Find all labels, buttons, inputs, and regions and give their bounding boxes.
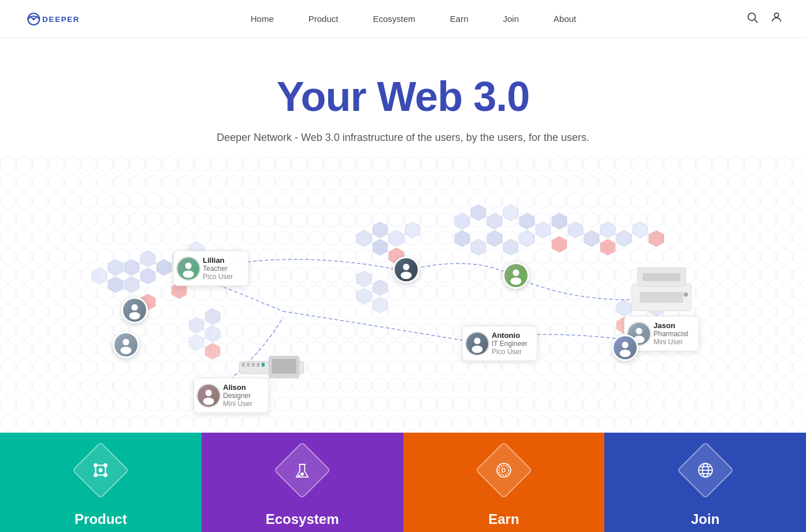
- svg-point-63: [129, 312, 140, 319]
- product-icon-diamond: [72, 442, 129, 499]
- user-icon[interactable]: [770, 11, 783, 27]
- search-icon[interactable]: [746, 11, 759, 27]
- user-card-alison: Alison Designer Mini User: [194, 378, 269, 413]
- svg-point-68: [512, 270, 519, 276]
- network-icon: [91, 460, 110, 480]
- svg-text:D: D: [502, 467, 506, 474]
- svg-point-100: [99, 468, 102, 471]
- svg-rect-88: [642, 273, 680, 281]
- svg-point-79: [471, 345, 482, 353]
- card-ecosystem-title: Ecosystem: [218, 511, 387, 527]
- cards-section: Product The world's thinnest, lightest, …: [0, 433, 806, 532]
- nav-ecosystem[interactable]: Ecosystem: [373, 14, 415, 24]
- svg-point-102: [301, 473, 303, 475]
- svg-text:DEEPER: DEEPER: [42, 15, 80, 24]
- device-router: [237, 349, 306, 381]
- svg-rect-71: [242, 363, 245, 367]
- svg-line-4: [755, 20, 757, 23]
- svg-point-64: [122, 339, 129, 345]
- user-card-antonio: Antonio IT Engineer Pico User: [462, 326, 537, 361]
- card-product[interactable]: Product The world's thinnest, lightest, …: [0, 433, 202, 532]
- nav-links: Home Product Ecosystem Earn Join About: [251, 14, 577, 24]
- ecosystem-icon-diamond: [274, 442, 331, 499]
- svg-point-65: [120, 347, 131, 354]
- svg-point-84: [622, 342, 628, 348]
- join-icon-diamond: [677, 442, 734, 499]
- svg-point-1: [32, 17, 35, 20]
- svg-point-3: [748, 13, 756, 21]
- svg-point-5: [774, 13, 778, 17]
- svg-rect-74: [257, 363, 259, 367]
- svg-point-69: [510, 277, 521, 285]
- avatar-antonio: [465, 332, 489, 356]
- world-map-section: Lillian Teacher Pico User: [0, 155, 806, 433]
- nav-about[interactable]: About: [554, 14, 576, 24]
- svg-point-60: [185, 262, 191, 269]
- nav-product[interactable]: Product: [309, 14, 339, 24]
- avatar-standalone-1: [121, 297, 148, 323]
- svg-point-66: [403, 264, 409, 270]
- nav-join[interactable]: Join: [503, 14, 519, 24]
- svg-point-85: [619, 349, 630, 357]
- card-earn-title: Earn: [419, 511, 589, 527]
- svg-point-67: [400, 271, 411, 279]
- svg-rect-72: [247, 363, 250, 367]
- user-card-lillian: Lillian Teacher Pico User: [173, 251, 248, 286]
- nav-home[interactable]: Home: [251, 14, 274, 24]
- hero-title: Your Web 3.0: [12, 73, 794, 120]
- earn-icon-diamond: D: [475, 442, 532, 499]
- svg-point-61: [183, 270, 194, 278]
- svg-point-103: [299, 475, 300, 477]
- svg-rect-75: [262, 363, 265, 367]
- svg-rect-89: [640, 292, 684, 303]
- svg-point-82: [205, 389, 211, 396]
- device-top-right: [621, 262, 702, 318]
- hero-section: Your Web 3.0 Deeper Network - Web 3.0 in…: [0, 38, 806, 144]
- flask-icon: [292, 460, 312, 480]
- svg-rect-73: [252, 363, 255, 367]
- svg-rect-77: [272, 359, 296, 374]
- avatar-standalone-2: [113, 332, 139, 358]
- avatar-standalone-5: [612, 334, 638, 361]
- card-earn[interactable]: D Earn Mining as you surf the web, get p…: [403, 433, 605, 532]
- hero-subtitle: Deeper Network - Web 3.0 infrastructure …: [12, 132, 794, 144]
- svg-point-83: [203, 397, 214, 405]
- logo[interactable]: DEEPER: [23, 8, 81, 31]
- avatar-lillian: [176, 256, 200, 281]
- svg-point-90: [684, 292, 688, 296]
- nav-earn[interactable]: Earn: [450, 14, 469, 24]
- globe-icon: [696, 460, 715, 480]
- avatar-standalone-4: [503, 262, 529, 289]
- nav-actions: [746, 11, 783, 27]
- coin-icon: D: [494, 460, 514, 480]
- svg-point-78: [474, 337, 480, 344]
- card-join-title: Join: [621, 511, 790, 527]
- card-product-title: Product: [16, 511, 185, 527]
- card-join[interactable]: Join Join us today - it's the easiest pa…: [604, 433, 806, 532]
- svg-point-62: [131, 304, 138, 311]
- navbar: DEEPER Home Product Ecosystem Earn Join …: [0, 0, 806, 38]
- card-ecosystem[interactable]: Ecosystem A Web 3.0 infrastructure and e…: [202, 433, 403, 532]
- avatar-standalone-3: [393, 256, 419, 283]
- svg-point-80: [636, 328, 642, 334]
- avatar-alison: [196, 384, 221, 408]
